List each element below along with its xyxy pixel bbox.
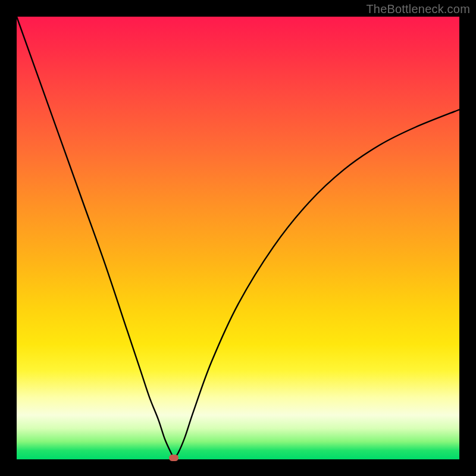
- plot-area: [17, 17, 459, 459]
- bottleneck-curve: [17, 17, 459, 459]
- watermark-text: TheBottleneck.com: [366, 2, 470, 16]
- curve-path: [17, 17, 459, 458]
- optimum-marker: [169, 455, 178, 461]
- chart-frame: TheBottleneck.com: [0, 0, 476, 476]
